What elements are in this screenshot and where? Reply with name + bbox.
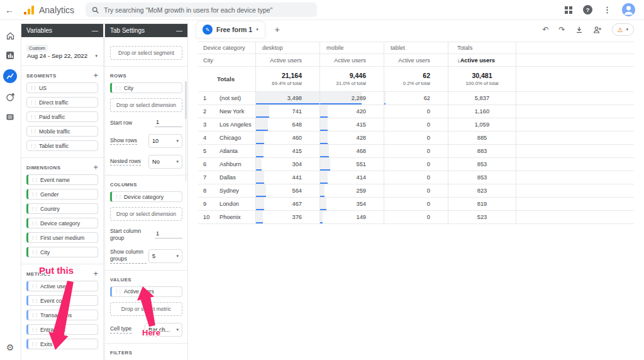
date-range-selector[interactable]: Aug 24 - Sep 22, 2022 ▾ <box>26 52 99 59</box>
values-metric-dropzone[interactable]: Drop or select metric <box>110 302 182 316</box>
columns-dimension-dropzone[interactable]: Drop or select dimension <box>110 207 182 221</box>
panel-scrollbar[interactable] <box>185 81 187 182</box>
advertising-icon[interactable] <box>4 91 16 103</box>
columns-chip-device-category[interactable]: ⋮⋮ Device category <box>110 191 182 202</box>
table-row[interactable]: 4Chicago4604280885 <box>198 132 634 145</box>
column-dimension-header[interactable]: Device category <box>198 42 256 53</box>
avatar[interactable] <box>622 3 635 16</box>
reports-icon[interactable] <box>4 49 16 62</box>
metric-cell-mobile[interactable]: 414 <box>320 171 384 184</box>
dimension-chip-city[interactable]: ⋮⋮City <box>26 247 98 257</box>
segment-chip-direct-traffic[interactable]: ⋮⋮Direct traffic <box>26 97 98 108</box>
metric-cell-desktop[interactable]: 467 <box>256 198 320 210</box>
table-row[interactable]: 7Dallas4414140853 <box>198 171 634 184</box>
download-icon[interactable] <box>575 26 583 33</box>
metric-cell-mobile[interactable]: 354 <box>320 198 384 210</box>
city-cell[interactable]: 2New York <box>198 105 256 118</box>
metric-cell-desktop[interactable]: 564 <box>256 184 320 197</box>
explore-icon[interactable] <box>3 69 17 83</box>
city-cell[interactable]: 8Sydney <box>198 184 256 197</box>
metric-cell-mobile[interactable]: 468 <box>320 145 384 157</box>
city-cell[interactable]: 6Ashburn <box>198 158 256 171</box>
metric-cell-tablet[interactable]: 62 <box>384 92 448 104</box>
segment-chip-us[interactable]: ⋮⋮US <box>26 82 98 93</box>
rows-dimension-dropzone[interactable]: Drop or select dimension <box>110 98 182 112</box>
table-row[interactable]: 10Phoenix3761490523 <box>198 211 634 224</box>
library-icon[interactable] <box>4 111 16 123</box>
metric-cell-desktop[interactable]: 741 <box>256 105 320 118</box>
tab-free-form[interactable]: ✎ Free form 1 ▾ <box>196 21 265 38</box>
metric-cell-mobile[interactable]: 551 <box>320 158 384 171</box>
metric-cell-desktop[interactable]: 460 <box>256 132 320 144</box>
city-cell[interactable]: 7Dallas <box>198 171 256 184</box>
start-column-group-input[interactable]: 1 <box>155 230 182 239</box>
nested-rows-select[interactable]: No ▾ <box>148 155 182 169</box>
metric-cell-total[interactable]: 853 <box>448 171 516 184</box>
rows-chip-city[interactable]: ⋮⋮ City <box>110 82 182 93</box>
search-bar[interactable] <box>86 3 317 17</box>
metric-cell-total[interactable]: 523 <box>448 211 516 223</box>
metric-chip-transactions[interactable]: ⋮⋮Transactions <box>26 310 98 320</box>
col-header-tablet[interactable]: tablet <box>384 42 448 53</box>
city-cell[interactable]: 5Atlanta <box>198 145 256 157</box>
row-dimension-header[interactable]: City <box>198 54 256 66</box>
share-add-user-icon[interactable] <box>593 26 602 33</box>
metric-cell-tablet[interactable]: 0 <box>384 211 448 223</box>
values-chip-active-users[interactable]: ⋮⋮ Active users <box>110 286 182 297</box>
dimension-chip-country[interactable]: ⋮⋮Country <box>26 203 98 214</box>
metric-cell-mobile[interactable]: 149 <box>320 211 384 223</box>
show-column-groups-select[interactable]: 5 ▾ <box>148 249 182 263</box>
table-row[interactable]: 8Sydney5642590823 <box>198 184 634 198</box>
metric-cell-total[interactable]: 823 <box>448 184 516 197</box>
dimension-chip-first-user-medium[interactable]: ⋮⋮First user medium <box>26 232 98 243</box>
metric-cell-mobile[interactable]: 2,289 <box>320 92 384 104</box>
metric-cell-mobile[interactable]: 259 <box>320 184 384 197</box>
add-tab-button[interactable]: + <box>275 25 280 35</box>
undo-icon[interactable]: ↶ <box>542 25 548 34</box>
metric-cell-tablet[interactable]: 0 <box>384 184 448 197</box>
metric-cell-tablet[interactable]: 0 <box>384 145 448 157</box>
back-arrow-icon[interactable]: ← <box>0 5 19 15</box>
city-cell[interactable]: 4Chicago <box>198 132 256 144</box>
metric-header-tablet[interactable]: Active users <box>384 54 448 66</box>
segment-chip-paid-traffic[interactable]: ⋮⋮Paid traffic <box>26 111 98 122</box>
metric-cell-total[interactable]: 1,160 <box>448 105 516 118</box>
cell-type-select[interactable]: Bar ch... ▾ <box>145 323 182 337</box>
metric-cell-desktop[interactable]: 3,498 <box>256 92 320 104</box>
metric-cell-tablet[interactable]: 0 <box>384 118 448 131</box>
metric-cell-mobile[interactable]: 428 <box>320 132 384 144</box>
metric-cell-desktop[interactable]: 648 <box>256 118 320 131</box>
metric-header-desktop[interactable]: Active users <box>256 54 320 66</box>
metric-cell-desktop[interactable]: 441 <box>256 171 320 184</box>
col-header-totals[interactable]: Totals <box>448 42 516 53</box>
metric-cell-tablet[interactable]: 0 <box>384 171 448 184</box>
metric-cell-total[interactable]: 1,059 <box>448 118 516 131</box>
add-metric-icon[interactable]: + <box>93 271 98 277</box>
metric-cell-total[interactable]: 883 <box>448 145 516 157</box>
add-segment-icon[interactable]: + <box>93 72 98 79</box>
table-row[interactable]: 1(not set)3,4982,289625,837 <box>198 92 634 105</box>
add-dimension-icon[interactable]: + <box>93 164 98 171</box>
metric-cell-desktop[interactable]: 304 <box>256 158 320 171</box>
segment-dropzone[interactable]: Drop or select segment <box>110 46 182 60</box>
table-row[interactable]: 9London4673540819 <box>198 198 634 211</box>
metric-chip-entrances[interactable]: ⋮⋮Entrances <box>26 324 98 335</box>
city-cell[interactable]: 9London <box>198 198 256 210</box>
apps-grid-icon[interactable] <box>565 6 572 14</box>
metric-cell-total[interactable]: 819 <box>448 198 516 210</box>
redo-icon[interactable]: ↷ <box>558 25 565 34</box>
metric-cell-total[interactable]: 5,837 <box>448 92 516 104</box>
show-rows-select[interactable]: 10 ▾ <box>148 134 182 148</box>
segment-chip-tablet-traffic[interactable]: ⋮⋮Tablet traffic <box>26 140 98 151</box>
metric-cell-tablet[interactable]: 0 <box>384 105 448 118</box>
metric-cell-total[interactable]: 853 <box>448 158 516 171</box>
metric-chip-active-users[interactable]: ⋮⋮Active users <box>26 281 98 291</box>
metric-chip-exits[interactable]: ⋮⋮Exits <box>26 339 98 349</box>
table-row[interactable]: 6Ashburn3045510853 <box>198 158 634 171</box>
metric-cell-desktop[interactable]: 376 <box>256 211 320 223</box>
city-cell[interactable]: 3Los Angeles <box>198 118 256 131</box>
table-row[interactable]: 2New York74142001,160 <box>198 105 634 118</box>
metric-cell-tablet[interactable]: 0 <box>384 132 448 144</box>
metric-cell-tablet[interactable]: 0 <box>384 198 448 210</box>
dimension-chip-event-name[interactable]: ⋮⋮Event name <box>26 174 98 185</box>
